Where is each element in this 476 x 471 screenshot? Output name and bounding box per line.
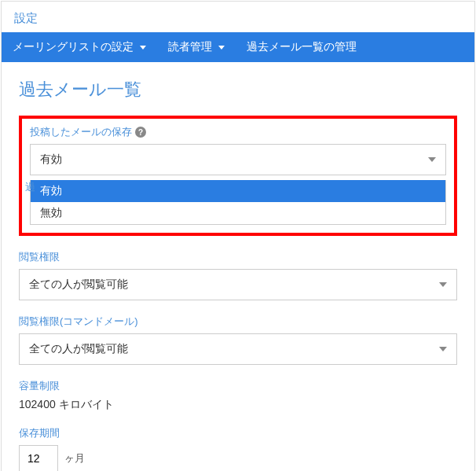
tab-past-mail-mgmt[interactable]: 過去メール一覧の管理	[236, 32, 368, 62]
view-perm-label: 閲覧権限	[19, 250, 457, 264]
retention-input[interactable]	[19, 445, 58, 471]
highlight-save-mail: 投稿したメールの保存 ? 有効 過 有効 無効	[19, 116, 457, 236]
tab-label: メーリングリストの設定	[13, 40, 134, 54]
view-perm-select[interactable]: 全ての人が閲覧可能	[19, 269, 457, 300]
retention-label: 保存期間	[19, 426, 457, 440]
save-mail-dropdown: 有効 無効	[30, 180, 446, 225]
chevron-down-icon	[439, 282, 447, 287]
save-mail-select[interactable]: 有効	[30, 144, 446, 175]
settings-header: 設定	[2, 2, 474, 32]
select-value: 全ての人が閲覧可能	[29, 278, 128, 292]
save-mail-label: 投稿したメールの保存 ?	[30, 125, 446, 139]
retention-unit: ヶ月	[64, 451, 85, 465]
chevron-down-icon	[140, 46, 146, 50]
tab-ml-settings[interactable]: メーリングリストの設定	[2, 32, 157, 62]
view-perm-cmd-select[interactable]: 全ての人が閲覧可能	[19, 333, 457, 365]
select-value: 全ての人が閲覧可能	[29, 342, 128, 356]
capacity-label: 容量制限	[19, 379, 457, 393]
select-value: 有効	[40, 153, 62, 167]
option-enabled[interactable]: 有効	[31, 180, 445, 202]
option-disabled[interactable]: 無効	[31, 202, 445, 224]
chevron-down-icon	[428, 157, 436, 162]
tab-label: 読者管理	[168, 40, 212, 54]
chevron-down-icon	[218, 46, 225, 50]
capacity-value: 102400 キロバイト	[19, 398, 457, 412]
tab-reader-mgmt[interactable]: 読者管理	[157, 32, 236, 62]
tabs-bar: メーリングリストの設定 読者管理 過去メール一覧の管理	[2, 32, 474, 62]
chevron-down-icon	[439, 347, 447, 351]
view-perm-cmd-label: 閲覧権限(コマンドメール)	[19, 315, 457, 329]
tab-label: 過去メール一覧の管理	[247, 40, 357, 54]
label-text: 投稿したメールの保存	[30, 125, 132, 139]
help-icon[interactable]: ?	[135, 127, 146, 138]
page-title: 過去メール一覧	[19, 78, 457, 101]
